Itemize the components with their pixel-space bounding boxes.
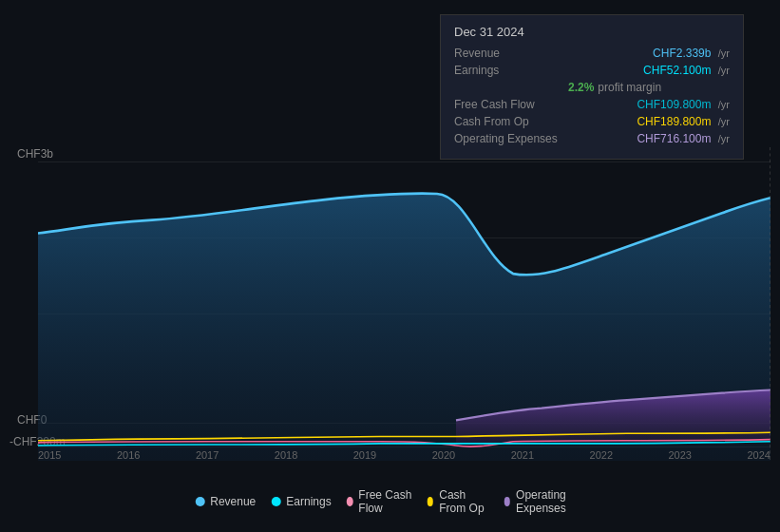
legend-item-opex[interactable]: Operating Expenses <box>504 488 584 515</box>
legend-item-revenue[interactable]: Revenue <box>195 495 256 508</box>
legend-label-earnings: Earnings <box>286 495 331 508</box>
legend-label-cashfromop: Cash From Op <box>439 488 488 515</box>
chart-svg <box>38 147 770 461</box>
tooltip-box: Dec 31 2024 Revenue CHF2.339b /yr Earnin… <box>440 14 744 160</box>
x-tick-2021: 2021 <box>511 449 534 461</box>
tooltip-value-revenue: CHF2.339b /yr <box>653 47 730 60</box>
x-tick-2016: 2016 <box>117 449 140 461</box>
x-tick-2017: 2017 <box>196 449 219 461</box>
legend-dot-cashfromop <box>428 497 434 506</box>
x-tick-2019: 2019 <box>353 449 376 461</box>
tooltip-row-earnings: Earnings CHF52.100m /yr <box>454 64 730 77</box>
x-tick-2018: 2018 <box>275 449 297 461</box>
tooltip-label-fcf: Free Cash Flow <box>454 98 568 111</box>
tooltip-value-opex: CHF716.100m /yr <box>637 132 730 145</box>
tooltip-label-opex: Operating Expenses <box>454 132 568 145</box>
legend-dot-earnings <box>271 497 280 506</box>
legend-dot-opex <box>504 497 510 506</box>
legend-item-earnings[interactable]: Earnings <box>271 495 331 508</box>
tooltip-value-cashfromop: CHF189.800m /yr <box>637 115 730 128</box>
x-tick-2022: 2022 <box>590 449 613 461</box>
profit-margin-row: 2.2% profit margin <box>568 81 730 94</box>
legend-item-fcf[interactable]: Free Cash Flow <box>347 488 412 515</box>
chart-area <box>38 147 770 461</box>
legend: Revenue Earnings Free Cash Flow Cash Fro… <box>195 488 585 515</box>
legend-label-revenue: Revenue <box>210 495 256 508</box>
tooltip-row-fcf: Free Cash Flow CHF109.800m /yr <box>454 98 730 111</box>
tooltip-label-cashfromop: Cash From Op <box>454 115 568 128</box>
legend-label-opex: Operating Expenses <box>516 488 585 515</box>
profit-margin-label: profit margin <box>598 81 661 94</box>
x-tick-2024: 2024 <box>747 449 770 461</box>
profit-margin-value: 2.2% <box>568 81 594 94</box>
tooltip-row-opex: Operating Expenses CHF716.100m /yr <box>454 132 730 145</box>
tooltip-row-revenue: Revenue CHF2.339b /yr <box>454 47 730 60</box>
legend-dot-revenue <box>195 497 204 506</box>
chart-container: Dec 31 2024 Revenue CHF2.339b /yr Earnin… <box>0 0 780 532</box>
x-tick-2023: 2023 <box>669 449 692 461</box>
legend-label-fcf: Free Cash Flow <box>358 488 411 515</box>
legend-item-cashfromop[interactable]: Cash From Op <box>428 488 489 515</box>
tooltip-row-cashfromop: Cash From Op CHF189.800m /yr <box>454 115 730 128</box>
tooltip-value-fcf: CHF109.800m /yr <box>637 98 730 111</box>
tooltip-value-earnings: CHF52.100m /yr <box>643 64 730 77</box>
x-tick-2015: 2015 <box>38 449 61 461</box>
tooltip-label-revenue: Revenue <box>454 47 568 60</box>
x-tick-2020: 2020 <box>432 449 455 461</box>
tooltip-date: Dec 31 2024 <box>454 25 730 39</box>
x-axis: 2015 2016 2017 2018 2019 2020 2021 2022 … <box>38 449 770 461</box>
tooltip-label-earnings: Earnings <box>454 64 568 77</box>
legend-dot-fcf <box>347 497 353 506</box>
